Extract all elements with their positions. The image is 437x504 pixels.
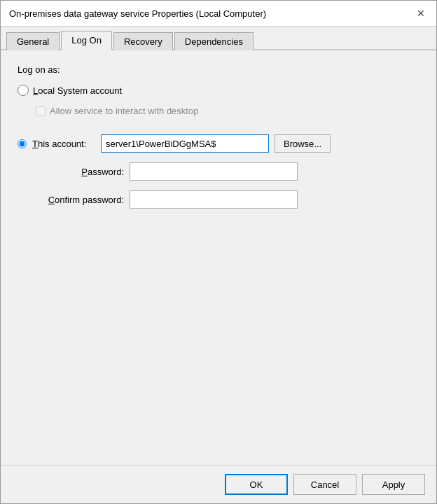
tab-logon[interactable]: Log On	[61, 31, 112, 50]
tab-recovery[interactable]: Recovery	[113, 32, 173, 50]
close-button[interactable]: ✕	[414, 6, 428, 20]
tab-content: Log on as: Local System account Allow se…	[1, 50, 436, 465]
confirm-password-row: Confirm password:	[33, 190, 419, 209]
confirm-password-label: Confirm password:	[33, 195, 124, 205]
this-account-radio[interactable]	[18, 139, 27, 148]
cancel-button[interactable]: Cancel	[293, 474, 356, 495]
password-label: Password:	[33, 167, 124, 177]
password-row: Password:	[33, 162, 419, 181]
browse-button[interactable]: Browse...	[275, 134, 331, 153]
account-input[interactable]	[101, 134, 269, 153]
radio-group: Local System account Allow service to in…	[18, 85, 419, 153]
confirm-password-input[interactable]	[130, 190, 298, 209]
logon-as-label: Log on as:	[18, 64, 419, 75]
dialog-window: On-premises data gateway service Propert…	[0, 0, 437, 504]
title-bar: On-premises data gateway service Propert…	[1, 1, 436, 27]
interact-row: Allow service to interact with desktop	[36, 106, 419, 116]
this-account-row: This account: Browse...	[18, 134, 419, 153]
interact-indent: Allow service to interact with desktop	[36, 106, 419, 116]
password-input[interactable]	[130, 162, 298, 181]
footer: OK Cancel Apply	[1, 465, 436, 503]
dialog-title: On-premises data gateway service Propert…	[9, 8, 266, 19]
local-system-radio[interactable]	[18, 85, 29, 96]
local-system-row: Local System account	[18, 85, 419, 96]
apply-button[interactable]: Apply	[362, 474, 425, 495]
tab-bar: General Log On Recovery Dependencies	[1, 27, 436, 50]
local-system-label[interactable]: Local System account	[33, 85, 122, 96]
tab-dependencies[interactable]: Dependencies	[174, 32, 254, 50]
allow-interact-checkbox[interactable]	[36, 106, 46, 116]
ok-button[interactable]: OK	[225, 474, 288, 495]
this-account-label[interactable]: This account:	[32, 139, 95, 149]
tab-general[interactable]: General	[6, 32, 60, 50]
allow-interact-label: Allow service to interact with desktop	[50, 106, 198, 116]
